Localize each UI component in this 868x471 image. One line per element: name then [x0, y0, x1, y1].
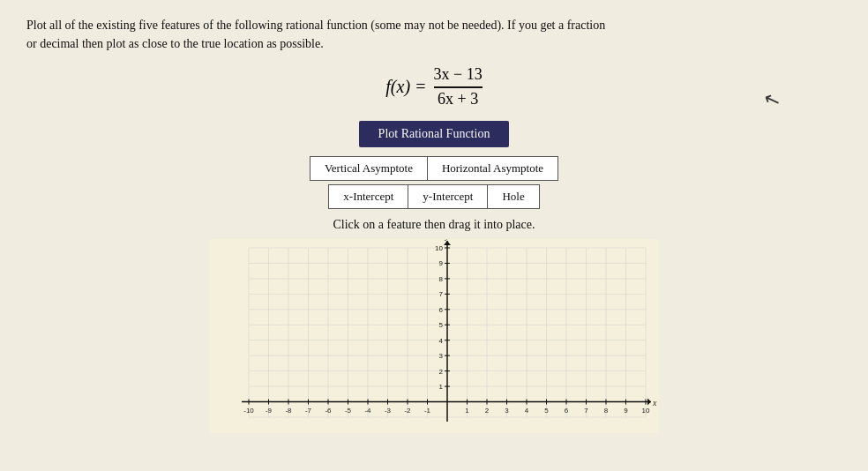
hole-button[interactable]: Hole: [487, 184, 539, 209]
function-label: f(x) =: [385, 77, 426, 97]
click-instruction: Click on a feature then drag it into pla…: [26, 218, 842, 232]
feature-buttons: Vertical Asymptote Horizontal Asymptote …: [26, 156, 842, 213]
horizontal-asymptote-button[interactable]: Horizontal Asymptote: [427, 156, 558, 181]
feature-row-2: x-Intercept y-Intercept Hole: [328, 184, 539, 209]
instructions: Plot all of the existing five features o…: [26, 16, 838, 53]
graph-container: [26, 239, 842, 433]
graph-canvas[interactable]: [209, 239, 659, 433]
function-denominator: 6x + 3: [438, 88, 478, 109]
vertical-asymptote-button[interactable]: Vertical Asymptote: [310, 156, 427, 181]
function-fraction: 3x − 13 6x + 3: [434, 65, 483, 108]
instruction-line1: Plot all of the existing five features o…: [26, 19, 605, 32]
graph-wrapper: [209, 239, 659, 433]
instruction-line2: or decimal then plot as close to the tru…: [26, 37, 324, 50]
y-intercept-button[interactable]: y-Intercept: [408, 184, 487, 209]
plot-btn-container: Plot Rational Function: [26, 121, 842, 147]
main-container: Plot all of the existing five features o…: [0, 0, 868, 442]
function-text: f(x) = 3x − 13 6x + 3: [385, 65, 482, 108]
plot-rational-function-button[interactable]: Plot Rational Function: [359, 121, 510, 147]
feature-row-1: Vertical Asymptote Horizontal Asymptote: [310, 156, 558, 181]
function-numerator: 3x − 13: [434, 65, 483, 88]
function-display: f(x) = 3x − 13 6x + 3: [26, 65, 842, 108]
x-intercept-button[interactable]: x-Intercept: [328, 184, 408, 209]
